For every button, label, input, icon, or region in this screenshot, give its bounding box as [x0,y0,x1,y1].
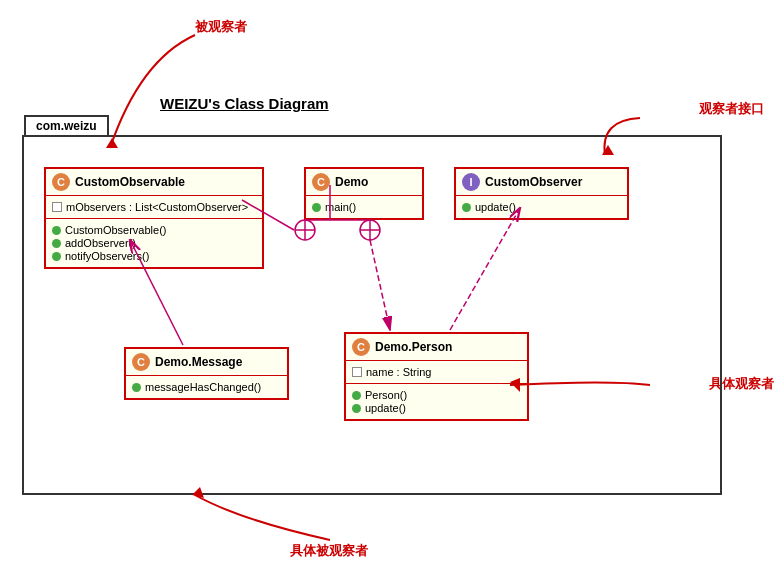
class-demo-person: C Demo.Person name : String Person() upd… [344,332,529,421]
method-row: update() [462,201,621,213]
attr-icon [52,202,62,212]
method-text: update() [475,201,516,213]
method-dot [312,203,321,212]
method-row: addObserver() [52,237,256,249]
class-methods-message: messageHasChanged() [126,376,287,398]
method-dot [52,226,61,235]
attr-row: name : String [352,366,521,378]
attr-icon [352,367,362,377]
class-name-message: Demo.Message [155,355,242,369]
class-methods-person: Person() update() [346,384,527,419]
method-text: Person() [365,389,407,401]
class-methods-demo: main() [306,196,422,218]
class-icon-demo: C [312,173,330,191]
method-text: notifyObservers() [65,250,149,262]
class-name-observable: CustomObservable [75,175,185,189]
class-icon-person: C [352,338,370,356]
class-demo: C Demo main() [304,167,424,220]
method-row: Person() [352,389,521,401]
class-icon-observer: I [462,173,480,191]
method-dot [352,404,361,413]
method-text: CustomObservable() [65,224,166,236]
method-dot [462,203,471,212]
method-row: main() [312,201,416,213]
class-header-demo: C Demo [306,169,422,196]
class-header-person: C Demo.Person [346,334,527,361]
method-text: messageHasChanged() [145,381,261,393]
annotation-observer-interface: 观察者接口 [699,100,764,118]
attr-text: name : String [366,366,431,378]
method-row: CustomObservable() [52,224,256,236]
class-name-person: Demo.Person [375,340,452,354]
class-methods-observer: update() [456,196,627,218]
method-text: addObserver() [65,237,136,249]
method-row: notifyObservers() [52,250,256,262]
class-attrs-person: name : String [346,361,527,384]
class-attrs-observable: mObservers : List<CustomObserver> [46,196,262,219]
class-custom-observable: C CustomObservable mObservers : List<Cus… [44,167,264,269]
diagram-title: WEIZU's Class Diagram [160,95,329,112]
class-name-demo: Demo [335,175,368,189]
class-icon-message: C [132,353,150,371]
class-icon-observable: C [52,173,70,191]
package-box: com.weizu C CustomObservable mObservers … [22,135,722,495]
method-dot [132,383,141,392]
attr-text: mObservers : List<CustomObserver> [66,201,248,213]
annotation-observed: 被观察者 [195,18,247,36]
annotation-concrete-observed: 具体被观察者 [290,542,368,560]
class-header-observable: C CustomObservable [46,169,262,196]
method-dot [52,239,61,248]
class-header-message: C Demo.Message [126,349,287,376]
method-text: update() [365,402,406,414]
class-header-observer: I CustomObserver [456,169,627,196]
method-dot [352,391,361,400]
method-row: update() [352,402,521,414]
class-methods-observable: CustomObservable() addObserver() notifyO… [46,219,262,267]
method-dot [52,252,61,261]
package-tab: com.weizu [24,115,109,135]
class-demo-message: C Demo.Message messageHasChanged() [124,347,289,400]
class-custom-observer: I CustomObserver update() [454,167,629,220]
method-text: main() [325,201,356,213]
attr-row: mObservers : List<CustomObserver> [52,201,256,213]
method-row: messageHasChanged() [132,381,281,393]
class-name-observer: CustomObserver [485,175,582,189]
